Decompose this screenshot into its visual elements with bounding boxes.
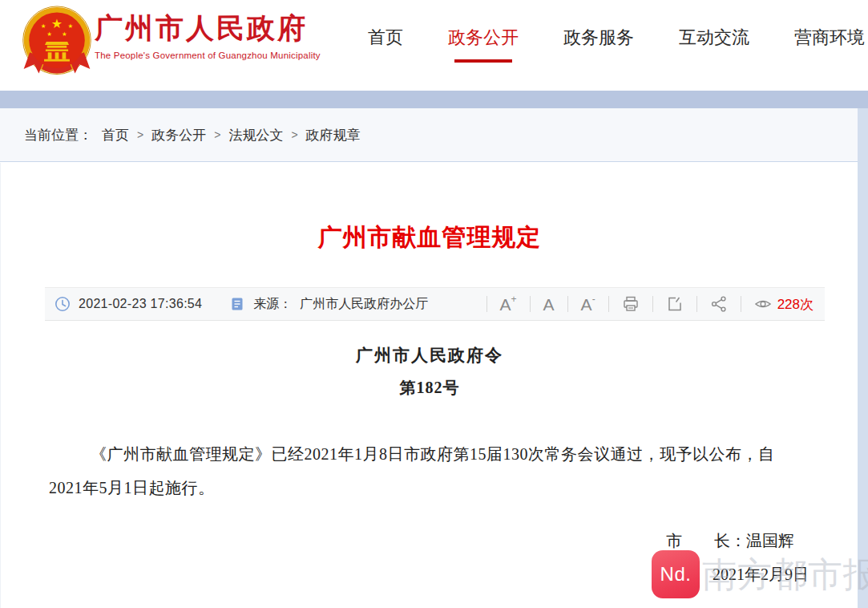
source-value: 广州市人民政府办公厅 — [300, 296, 428, 313]
tool-separator — [567, 296, 568, 312]
font-button-label: A — [500, 296, 511, 313]
breadcrumb-separator: > — [137, 128, 143, 141]
article-title: 广州市献血管理规定 — [1, 221, 858, 254]
share-button[interactable] — [710, 295, 728, 313]
decree-number: 第182号 — [1, 377, 858, 399]
svg-text:★: ★ — [62, 30, 67, 38]
tool-separator — [696, 296, 697, 312]
eye-icon — [754, 295, 772, 313]
tool-separator — [652, 296, 653, 312]
tool-separator — [608, 296, 609, 312]
nd-logo-text: Nd. — [660, 563, 692, 586]
breadcrumb-prefix: 当前位置： — [24, 126, 92, 144]
tool-separator — [530, 296, 531, 312]
site-subtitle: The People's Government of Guangzhou Mun… — [95, 51, 321, 60]
nav-item-business-env[interactable]: 营商环境 — [794, 26, 865, 63]
clock-icon — [55, 296, 71, 312]
page: ★ ★ ★ ★ ★ 广州市人民政府 The People's Governmen… — [0, 0, 868, 608]
breadcrumb-item-regulations[interactable]: 法规公文 — [228, 126, 283, 144]
watermark-text: 南方都市报 — [702, 552, 868, 598]
font-button-label: A — [543, 296, 555, 313]
breadcrumb-separator: > — [214, 128, 220, 141]
breadcrumb-item-home[interactable]: 首页 — [102, 126, 129, 144]
nav-item-gov-affairs[interactable]: 政务公开 — [448, 26, 519, 63]
site-title: 广州市人民政府 — [95, 13, 321, 44]
error-correction-button[interactable] — [666, 295, 684, 313]
tool-separator — [486, 296, 487, 312]
breadcrumb: 当前位置： 首页 > 政务公开 > 法规公文 > 政府规章 — [0, 108, 858, 162]
decree-title: 广州市人民政府令 — [1, 344, 858, 367]
font-decrease-button[interactable]: A- — [581, 296, 595, 313]
nav-item-home[interactable]: 首页 — [368, 26, 403, 63]
publish-datetime: 2021-02-23 17:36:54 — [79, 297, 202, 311]
views-group: 228次 — [754, 295, 813, 314]
national-emblem-icon: ★ ★ ★ ★ ★ — [19, 5, 95, 82]
breadcrumb-item-gov-affairs[interactable]: 政务公开 — [151, 126, 206, 144]
svg-text:★: ★ — [51, 17, 63, 30]
font-button-modifier: - — [592, 294, 595, 304]
svg-text:★: ★ — [68, 22, 74, 30]
site-header: ★ ★ ★ ★ ★ 广州市人民政府 The People's Governmen… — [0, 0, 868, 91]
font-normal-button[interactable]: A — [543, 296, 555, 313]
share-icon — [710, 295, 728, 313]
meta-left-group: 2021-02-23 17:36:54 来源： 广州市人民政府办公厅 — [55, 296, 428, 313]
printer-icon — [622, 295, 640, 313]
site-logo-text: 广州市人民政府 The People's Government of Guang… — [95, 13, 321, 60]
font-button-modifier: + — [511, 294, 517, 304]
svg-text:★: ★ — [46, 30, 52, 38]
meta-bar: 2021-02-23 17:36:54 来源： 广州市人民政府办公厅 A+ — [45, 287, 825, 321]
article-card: 广州市献血管理规定 2021-02-23 17:36:54 — [0, 163, 858, 608]
breadcrumb-separator: > — [291, 128, 297, 141]
nav-item-interaction[interactable]: 互动交流 — [679, 26, 749, 63]
mayor-signature: 市 长：温国辉 — [1, 530, 858, 552]
southern-metropolis-daily-logo: Nd. — [652, 550, 700, 598]
breadcrumb-item-gov-rules[interactable]: 政府规章 — [306, 126, 361, 144]
font-button-label: A — [581, 296, 592, 313]
font-increase-button[interactable]: A+ — [500, 296, 517, 313]
nav-item-gov-services[interactable]: 政务服务 — [563, 26, 634, 63]
view-count: 228次 — [777, 295, 813, 314]
main-nav: 首页 政务公开 政务服务 互动交流 营商环境 — [368, 26, 865, 63]
correction-bracket-icon — [666, 295, 684, 313]
print-button[interactable] — [622, 295, 640, 313]
source-label: 来源： — [253, 296, 292, 313]
decree-paragraph: 《广州市献血管理规定》已经2021年1月8日市政府第15届130次常务会议通过，… — [49, 437, 801, 505]
active-tab-underline — [454, 59, 512, 63]
source-document-icon — [229, 296, 245, 312]
meta-tools: A+ A A- — [474, 295, 813, 314]
svg-text:★: ★ — [41, 22, 46, 30]
nav-item-label: 政务公开 — [448, 27, 519, 47]
page-right-gutter — [858, 108, 868, 608]
header-band-divider — [0, 91, 868, 108]
tool-separator — [741, 296, 741, 312]
